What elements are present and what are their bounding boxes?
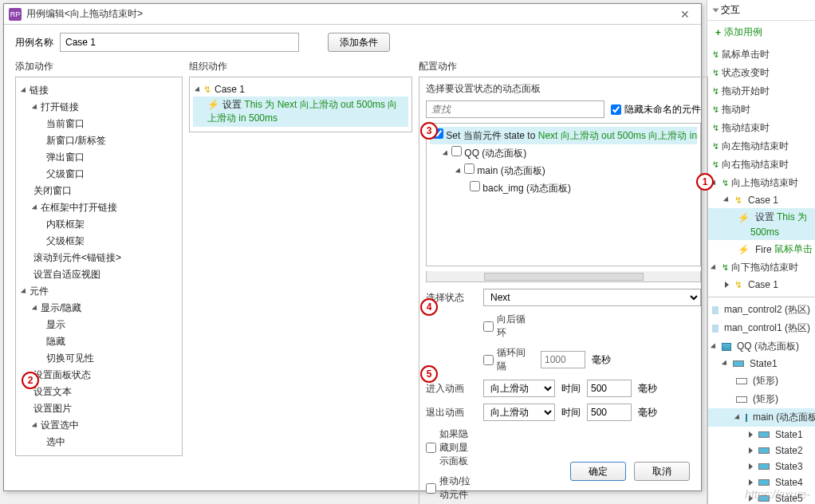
- animate-out-time-input[interactable]: [587, 404, 632, 421]
- back-img-row[interactable]: back_img (动态面板): [430, 179, 697, 197]
- watermark: https://axure-: [745, 488, 810, 501]
- tree-popup-window[interactable]: 弹出窗口: [19, 149, 179, 166]
- tree-adaptive[interactable]: 设置自适应视图: [19, 266, 179, 283]
- case-name-input[interactable]: [60, 33, 299, 52]
- tree-current-window[interactable]: 当前窗口: [19, 116, 179, 132]
- marker-2: 2: [22, 372, 39, 389]
- tree-set-text[interactable]: 设置文本: [19, 384, 179, 400]
- outline-s2[interactable]: State2: [707, 443, 815, 459]
- tree-open-in-frame[interactable]: 在框架中打开链接: [41, 202, 117, 213]
- close-icon[interactable]: ✕: [674, 8, 696, 21]
- tree-selected[interactable]: 选中: [19, 434, 179, 451]
- add-condition-button[interactable]: 添加条件: [328, 33, 390, 52]
- event-case1[interactable]: ↯Case 1: [707, 192, 815, 208]
- event-action-fire[interactable]: ⚡Fire 鼠标单击: [707, 240, 815, 258]
- horizontal-scrollbar[interactable]: [426, 271, 701, 282]
- cancel-button[interactable]: 取消: [634, 462, 690, 481]
- events-tree[interactable]: ↯鼠标单击时 ↯状态改变时 ↯拖动开始时 ↯拖动时 ↯拖动结束时 ↯向左拖动结束…: [707, 44, 815, 297]
- wrap-checkbox[interactable]: 向后循环: [483, 313, 534, 340]
- animate-out-dropdown[interactable]: 向上滑动: [483, 404, 555, 421]
- tree-open-link[interactable]: 打开链接: [41, 101, 79, 112]
- marker-1: 1: [696, 173, 714, 191]
- tree-show-hide[interactable]: 显示/隐藏: [41, 302, 81, 313]
- outline-s1[interactable]: State1: [707, 427, 815, 443]
- tree-scroll-to[interactable]: 滚动到元件<锚链接>: [19, 250, 179, 266]
- event-swipe-up-end[interactable]: ↯向上拖动结束时: [707, 174, 815, 192]
- org-case1[interactable]: Case 1: [215, 84, 245, 95]
- main-panel-row[interactable]: main (动态面板): [430, 162, 697, 179]
- outline-man2[interactable]: man_control2 (热区): [707, 301, 815, 319]
- case-name-label: 用例名称: [15, 36, 53, 49]
- animate-in-label: 进入动画: [426, 382, 477, 396]
- panel-tree[interactable]: Set 当前元件 state to Next 向上滑动 out 500ms 向上…: [426, 123, 701, 266]
- event-click[interactable]: ↯鼠标单击时: [707, 45, 815, 64]
- ok-button[interactable]: 确定: [570, 462, 626, 481]
- config-header: 配置动作: [419, 60, 708, 77]
- organize-header: 组织动作: [189, 60, 412, 77]
- outline-qq[interactable]: QQ (动态面板): [707, 337, 815, 356]
- qq-panel-row[interactable]: QQ (动态面板): [430, 144, 697, 162]
- outline-s3[interactable]: State3: [707, 459, 815, 474]
- event-drag[interactable]: ↯拖动时: [707, 100, 815, 119]
- tree-hide[interactable]: 隐藏: [19, 333, 179, 350]
- event-swipe-left-end[interactable]: ↯向左拖动结束时: [707, 137, 815, 156]
- app-icon: RP: [9, 8, 22, 21]
- tree-links[interactable]: 链接: [30, 85, 49, 96]
- tree-show[interactable]: 显示: [19, 317, 179, 333]
- marker-4: 4: [420, 298, 438, 316]
- interactions-header[interactable]: 交互: [707, 0, 815, 21]
- event-state-change[interactable]: ↯状态改变时: [707, 64, 815, 82]
- outline-rect2[interactable]: (矩形): [707, 390, 815, 408]
- tree-set-image[interactable]: 设置图片: [19, 400, 179, 417]
- animate-in-dropdown[interactable]: 向上滑动: [483, 380, 555, 397]
- add-action-header: 添加动作: [15, 60, 183, 77]
- event-drag-end[interactable]: ↯拖动结束时: [707, 119, 815, 137]
- outline-rect1[interactable]: (矩形): [707, 372, 815, 390]
- organize-tree[interactable]: ↯Case 1 ⚡设置 This 为 Next 向上滑动 out 500ms 向…: [190, 77, 411, 132]
- bolt-icon: ⚡: [207, 99, 219, 110]
- interactions-panel: 交互 +添加用例 ↯鼠标单击时 ↯状态改变时 ↯拖动开始时 ↯拖动时 ↯拖动结束…: [707, 0, 815, 504]
- tree-set-selected[interactable]: 设置选中: [41, 419, 79, 431]
- outline-main[interactable]: main (动态面板: [707, 408, 815, 427]
- plus-icon: +: [715, 27, 721, 38]
- animate-out-label: 退出动画: [426, 406, 477, 419]
- tree-widgets[interactable]: 元件: [30, 285, 49, 297]
- case-name-row: 用例名称 添加条件: [4, 25, 701, 60]
- select-panel-label: 选择要设置状态的动态面板: [426, 82, 701, 96]
- tree-new-window[interactable]: 新窗口/新标签: [19, 132, 179, 149]
- event-drag-start[interactable]: ↯拖动开始时: [707, 82, 815, 100]
- repeat-interval-input[interactable]: [541, 351, 585, 368]
- show-if-hidden-checkbox[interactable]: 如果隐藏则显示面板: [426, 427, 477, 468]
- tree-inline-frame[interactable]: 内联框架: [19, 216, 179, 233]
- event-down-case1[interactable]: ↯Case 1: [707, 277, 815, 293]
- outline-tree[interactable]: man_control2 (热区) man_control1 (热区) QQ (…: [707, 297, 815, 504]
- repeat-checkbox[interactable]: 循环间隔: [483, 346, 534, 373]
- push-pull-checkbox[interactable]: 推动/拉动元件: [426, 474, 477, 502]
- select-state-dropdown[interactable]: Next: [483, 289, 701, 306]
- add-case-link[interactable]: +添加用例: [707, 21, 815, 44]
- event-action-set[interactable]: ⚡设置 This 为500ms: [707, 208, 815, 240]
- event-swipe-right-end[interactable]: ↯向右拖动结束时: [707, 156, 815, 174]
- marker-3: 3: [420, 122, 438, 140]
- tree-close-window[interactable]: 关闭窗口: [19, 183, 179, 199]
- event-swipe-down-end[interactable]: ↯向下拖动结束时: [707, 258, 815, 277]
- outline-man1[interactable]: man_control1 (热区): [707, 319, 815, 337]
- org-action-set[interactable]: ⚡设置 This 为 Next 向上滑动 out 500ms 向上滑动 in 5…: [193, 96, 408, 127]
- marker-5: 5: [420, 365, 438, 383]
- case-editor-dialog: RP 用例编辑<向上拖动结束时> ✕ 用例名称 添加条件 添加动作 链接 打开链…: [3, 3, 702, 491]
- set-current-row[interactable]: Set 当前元件 state to Next 向上滑动 out 500ms 向上…: [430, 127, 697, 144]
- tree-set-panel-state[interactable]: 设置面板状态: [19, 367, 179, 384]
- add-action-tree[interactable]: 链接 打开链接 当前窗口 新窗口/新标签 弹出窗口 父级窗口 关闭窗口 在框架中…: [16, 77, 182, 455]
- tree-parent-frame[interactable]: 父级框架: [19, 233, 179, 250]
- tree-parent-window[interactable]: 父级窗口: [19, 166, 179, 183]
- search-input[interactable]: [426, 100, 604, 118]
- outline-state1[interactable]: State1: [707, 356, 815, 372]
- hide-unnamed-checkbox[interactable]: 隐藏未命名的元件: [611, 103, 701, 116]
- animate-in-time-input[interactable]: [587, 380, 632, 397]
- dialog-title: 用例编辑<向上拖动结束时>: [26, 7, 143, 21]
- tree-toggle[interactable]: 切换可见性: [19, 350, 179, 367]
- case-icon: ↯: [203, 84, 211, 95]
- titlebar: RP 用例编辑<向上拖动结束时> ✕: [4, 4, 701, 25]
